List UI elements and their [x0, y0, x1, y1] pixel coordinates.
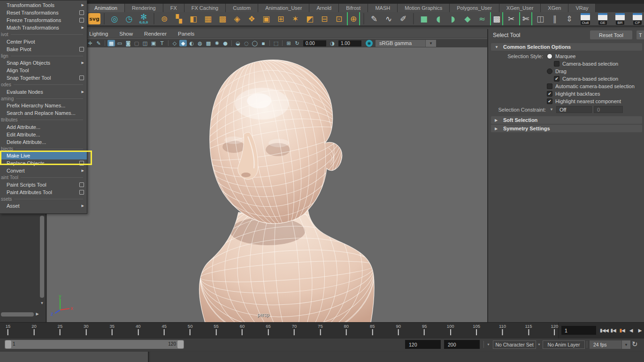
shelf-tab-rendering[interactable]: Rendering	[125, 4, 163, 12]
two-pane-layout-icon[interactable]: ◫	[534, 12, 547, 25]
option-box-icon[interactable]	[79, 75, 84, 80]
lights-icon[interactable]: ✺	[213, 40, 221, 46]
menu-item-snap-together-tool[interactable]: Snap Together Tool	[0, 74, 87, 82]
menu-item-freeze-transformations[interactable]: Freeze Transformations	[0, 16, 87, 24]
timeline-tick-105[interactable]: 105	[473, 324, 480, 335]
section-symmetry-settings[interactable]: ▶Symmetry Settings	[491, 125, 642, 132]
timeline-tick-45[interactable]: 45	[161, 324, 167, 335]
joint-rig-icon[interactable]: ◎	[108, 12, 121, 25]
safe-action-icon[interactable]: ▣	[150, 40, 157, 46]
menu-item-transformation-tools[interactable]: Transformation Tools▶	[0, 1, 87, 9]
bend-surface-icon[interactable]: ◖	[432, 12, 445, 25]
set-key-clock-icon[interactable]: ◷	[123, 12, 136, 25]
character-set-field[interactable]: No Character Set	[493, 340, 536, 349]
textured-icon[interactable]: ◍	[196, 40, 204, 46]
command-line[interactable]	[0, 352, 149, 362]
fps-dropdown-icon[interactable]: ▼	[621, 340, 630, 349]
viewport-menu-lighting[interactable]: Lighting	[89, 31, 108, 37]
resolution-gate-icon[interactable]: ◙	[124, 40, 132, 46]
menu-item-make-live[interactable]: Make Live	[0, 152, 87, 159]
checkbox-automatic-camera-based-selection[interactable]	[547, 83, 552, 89]
time-slider[interactable]: 1520253035404550556065707580859095100105…	[0, 322, 644, 339]
shelf-tab-mash[interactable]: MASH	[368, 4, 398, 12]
shelf-tab-xgen[interactable]: XGen	[541, 4, 568, 12]
viewport-menu-panels[interactable]: Panels	[178, 31, 194, 37]
menu-item-edit-attribute[interactable]: Edit Attribute...	[0, 131, 87, 138]
option-box-icon[interactable]	[79, 190, 84, 195]
mash-grid-icon[interactable]: ▦	[201, 12, 215, 25]
timeline-tick-85[interactable]: 85	[370, 324, 375, 335]
gamma-field[interactable]: 1.00	[338, 40, 361, 46]
field-chart-icon[interactable]: ◫	[141, 40, 149, 46]
timeline-tick-120[interactable]: 120	[551, 324, 559, 335]
checkbox-highlight-nearest-component[interactable]: ✔	[547, 98, 552, 104]
fps-dropdown[interactable]: 24 fps ▼	[590, 340, 630, 349]
safe-title-icon[interactable]: T	[158, 40, 166, 46]
mash-lattice-icon[interactable]: ⊡	[332, 12, 345, 25]
multi-cut-icon[interactable]: ✂	[505, 12, 518, 25]
cp-window-icon[interactable]: CP	[629, 12, 644, 25]
menu-item-bake-pivot[interactable]: Bake Pivot	[0, 45, 87, 53]
shelf-tab-vray[interactable]: VRay	[568, 4, 596, 12]
poly-plane-icon[interactable]: ■	[417, 12, 430, 25]
shelf-tab-xgen-user[interactable]: XGen_User	[499, 4, 541, 12]
pencil-curve-icon[interactable]: ✐	[397, 12, 410, 25]
menu-item-paint-attributes-tool[interactable]: Paint Attributes Tool	[0, 189, 87, 196]
menu-item-add-attribute[interactable]: Add Attribute...	[0, 123, 87, 131]
knife-tool-icon[interactable]: ✄	[519, 12, 532, 25]
timeline-tick-65[interactable]: 65	[266, 324, 271, 335]
depth-peel-icon[interactable]: ▪	[260, 40, 267, 46]
selection-constraint-field[interactable]: Off	[556, 106, 592, 113]
viewport-menu-renderer[interactable]: Renderer	[144, 31, 167, 37]
menu-item-evaluate-nodes[interactable]: Evaluate Nodes▶	[0, 88, 87, 96]
wireframe-icon[interactable]: ◇	[171, 40, 178, 46]
mash-mirror-icon[interactable]: ◧	[187, 12, 200, 25]
smooth-shade-icon[interactable]: ◆	[179, 40, 187, 46]
menu-item-center-pivot[interactable]: Center Pivot	[0, 38, 87, 45]
use-default-material-icon[interactable]: ▩	[205, 40, 212, 46]
svg-shelf-icon[interactable]: svg	[88, 13, 100, 24]
scroll-down-arrow-icon[interactable]: ▼	[39, 301, 45, 306]
three-pane-layout-icon[interactable]: ∥	[548, 12, 561, 25]
multisample-icon[interactable]: ◯	[251, 40, 259, 46]
shelf-tab-fx[interactable]: FX	[163, 4, 184, 12]
timeline-tick-35[interactable]: 35	[110, 324, 115, 335]
outliner-horizontal-scrollbar[interactable]	[1, 312, 34, 317]
menu-item-convert[interactable]: Convert▶	[0, 167, 87, 174]
mash-stack-icon[interactable]: ⊟	[318, 12, 331, 25]
mash-world-icon[interactable]: ⊕	[347, 12, 360, 25]
mash-add-icon[interactable]: ▚	[172, 12, 185, 25]
option-box-icon[interactable]	[79, 18, 84, 23]
menu-item-prefix-hierarchy-names[interactable]: Prefix Hierarchy Names...	[0, 102, 87, 109]
viewport-menu-show[interactable]: Show	[119, 31, 133, 37]
current-frame-field[interactable]: 1	[561, 326, 596, 335]
mash-orient-icon[interactable]: ✶	[289, 12, 302, 25]
timeline-tick-25[interactable]: 25	[58, 324, 63, 335]
grid-toggle-icon[interactable]: ▦	[107, 40, 115, 46]
exposure-field[interactable]: 0.00	[303, 40, 326, 46]
option-box-icon[interactable]	[79, 161, 84, 166]
pan-zoom-icon[interactable]: ✛	[86, 40, 94, 46]
character-set-dropdown-icon[interactable]: ▼	[487, 343, 490, 346]
shelf-tab-motion-graphics[interactable]: Motion Graphics	[398, 4, 450, 12]
shelf-tab-polygons-user[interactable]: Polygons_User	[450, 4, 499, 12]
constraint-dropdown-icon[interactable]: ▼	[550, 107, 553, 112]
menu-item-align-tool[interactable]: Align Tool	[0, 67, 87, 74]
timeline-tick-55[interactable]: 55	[214, 324, 219, 335]
timeline-tick-60[interactable]: 60	[240, 324, 245, 335]
motion-blur-icon[interactable]: ◌	[243, 40, 250, 46]
option-box-icon[interactable]	[79, 10, 84, 15]
outliner-window-icon[interactable]: Outl	[577, 12, 593, 25]
section-soft-selection[interactable]: ▶Soft Selection	[491, 116, 642, 124]
batch-render-window-icon[interactable]: BR	[612, 12, 628, 25]
curve-warp-icon[interactable]: ≈	[475, 12, 489, 25]
wave-surface-icon[interactable]: ◗	[446, 12, 460, 25]
mash-distribute-icon[interactable]: ❖	[245, 12, 258, 25]
timeline-tick-50[interactable]: 50	[188, 324, 193, 335]
shelf-tab-fx-caching[interactable]: FX Caching	[184, 4, 226, 12]
timeline-tick-90[interactable]: 90	[396, 324, 401, 335]
zero-transforms-icon[interactable]: ✻0,0,0	[137, 12, 150, 25]
common-selection-options-section[interactable]: ▼ Common Selection Options	[491, 43, 642, 51]
material-override-icon[interactable]: ◐	[188, 40, 195, 46]
timeline-tick-15[interactable]: 15	[6, 324, 11, 335]
